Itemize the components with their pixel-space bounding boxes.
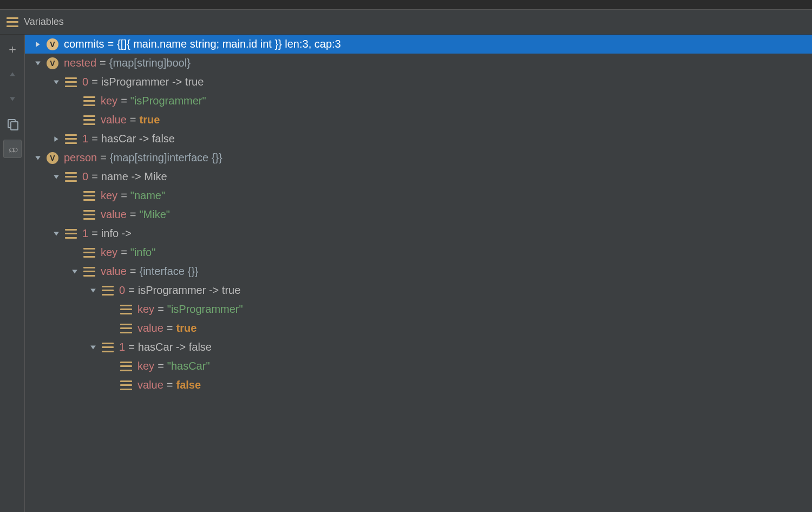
collapse-arrow[interactable] — [51, 174, 62, 180]
object-icon — [83, 115, 95, 125]
add-watch-button[interactable]: ＋ — [3, 40, 22, 58]
tree-row-commits[interactable]: Vcommits={[]{ main.name string; main.id … — [25, 35, 812, 54]
var-name: 1 — [119, 341, 125, 353]
equals-sign: = — [158, 303, 164, 316]
collapse-arrow[interactable] — [88, 287, 99, 294]
var-name: 0 — [82, 76, 88, 88]
var-value: hasCar -> false — [138, 341, 212, 353]
expand-arrow[interactable] — [32, 41, 43, 48]
var-value: "Mike" — [140, 208, 170, 221]
collapse-arrow[interactable] — [69, 268, 80, 275]
object-icon — [83, 191, 95, 201]
copy-icon — [8, 119, 17, 129]
var-value: "info" — [130, 246, 155, 259]
var-value: {[]{ main.name string; main.id int }} le… — [117, 38, 341, 50]
tree-row-person-1-value[interactable]: value={interface {}} — [25, 262, 812, 281]
var-value: "hasCar" — [167, 360, 210, 372]
tree-row-person-1-value-1-key[interactable]: key="hasCar" — [25, 357, 812, 376]
var-name: key — [101, 189, 117, 202]
object-icon — [120, 380, 132, 390]
collapse-up-button[interactable] — [3, 65, 22, 83]
var-value: "isProgrammer" — [167, 303, 243, 316]
var-name: key — [137, 303, 154, 316]
var-name: key — [101, 95, 117, 107]
var-name: value — [137, 322, 163, 334]
tree-row-person-1-value-0[interactable]: 0=isProgrammer -> true — [25, 281, 812, 300]
tree-row-person-0[interactable]: 0=name -> Mike — [25, 167, 812, 186]
tree-row-person-1[interactable]: 1=info -> — [25, 224, 812, 243]
equals-sign: = — [91, 76, 98, 88]
object-icon — [83, 267, 95, 277]
tree-row-nested-0[interactable]: 0=isProgrammer -> true — [25, 73, 812, 91]
collapse-arrow[interactable] — [51, 79, 62, 86]
equals-sign: = — [121, 95, 127, 107]
object-icon — [120, 324, 132, 333]
variables-icon — [6, 17, 18, 27]
tree-row-person-1-value-0-value[interactable]: value=true — [25, 319, 812, 338]
var-value: true — [140, 114, 160, 126]
var-name: person — [64, 152, 97, 164]
equals-sign: = — [167, 379, 173, 391]
tree-row-nested-1[interactable]: 1=hasCar -> false — [25, 129, 812, 148]
copy-button[interactable] — [3, 115, 22, 133]
tree-row-person[interactable]: Vperson={map[string]interface {}} — [25, 148, 812, 167]
var-value: info -> — [101, 227, 132, 240]
var-name: key — [101, 246, 117, 259]
var-value: {map[string]bool} — [109, 57, 191, 69]
tree-row-person-1-key[interactable]: key="info" — [25, 243, 812, 262]
object-icon — [65, 229, 77, 239]
var-value: {map[string]interface {}} — [110, 152, 222, 164]
tree-row-person-1-value-1-value[interactable]: value=false — [25, 376, 812, 395]
expand-arrow[interactable] — [51, 136, 62, 142]
equals-sign: = — [128, 284, 135, 297]
tree-row-nested-0-value[interactable]: value=true — [25, 110, 812, 129]
var-name: value — [137, 379, 163, 391]
equals-sign: = — [130, 208, 136, 221]
collapse-arrow[interactable] — [88, 344, 99, 351]
equals-sign: = — [121, 189, 127, 202]
equals-sign: = — [167, 322, 173, 334]
equals-sign: = — [100, 152, 107, 164]
equals-sign: = — [121, 246, 127, 259]
var-value: {interface {}} — [140, 265, 199, 278]
var-name: value — [101, 208, 127, 221]
object-icon — [120, 362, 132, 371]
tree-row-nested-0-key[interactable]: key="isProgrammer" — [25, 91, 812, 110]
variables-header: Variables — [0, 10, 812, 35]
tree-row-person-0-value[interactable]: value="Mike" — [25, 205, 812, 224]
variable-icon: V — [47, 152, 58, 164]
equals-sign: = — [128, 341, 135, 353]
var-name: commits — [64, 38, 104, 50]
var-name: value — [101, 265, 127, 278]
var-value: true — [176, 322, 197, 334]
collapse-down-button[interactable] — [3, 90, 22, 108]
equals-sign: = — [130, 265, 136, 278]
top-divider — [0, 0, 812, 10]
var-value: hasCar -> false — [101, 133, 175, 145]
chevron-down-icon — [9, 96, 16, 102]
collapse-arrow[interactable] — [32, 155, 43, 161]
collapse-arrow[interactable] — [32, 60, 43, 67]
object-icon — [83, 210, 95, 220]
object-icon — [102, 343, 114, 352]
var-value: false — [176, 379, 201, 391]
var-name: 1 — [82, 227, 88, 240]
object-icon — [65, 172, 77, 182]
equals-sign: = — [91, 133, 98, 145]
collapse-arrow[interactable] — [51, 231, 62, 237]
var-value: "isProgrammer" — [130, 95, 206, 107]
equals-sign: = — [130, 114, 136, 126]
var-name: key — [137, 360, 154, 372]
object-icon — [83, 96, 95, 106]
var-value: isProgrammer -> true — [101, 76, 204, 88]
object-icon — [102, 286, 114, 296]
object-icon — [65, 77, 77, 87]
variables-tree[interactable]: Vcommits={[]{ main.name string; main.id … — [25, 35, 812, 512]
tree-row-person-0-key[interactable]: key="name" — [25, 186, 812, 205]
var-name: 1 — [82, 133, 88, 145]
tree-row-person-1-value-1[interactable]: 1=hasCar -> false — [25, 338, 812, 357]
tree-row-person-1-value-0-key[interactable]: key="isProgrammer" — [25, 300, 812, 319]
watches-view-button[interactable]: ⌕⌕ — [3, 140, 22, 158]
tree-row-nested[interactable]: Vnested={map[string]bool} — [25, 54, 812, 73]
var-name: 0 — [119, 284, 125, 297]
